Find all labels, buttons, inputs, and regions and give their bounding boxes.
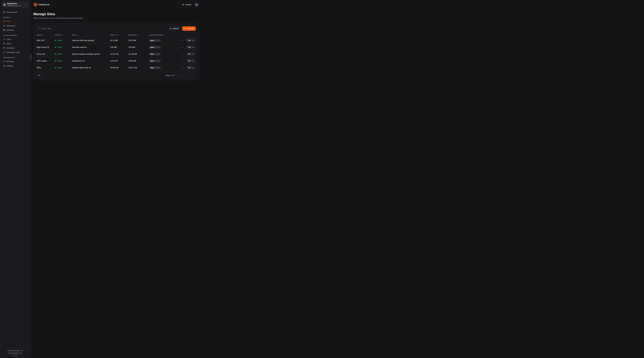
chevrons-right-icon bbox=[193, 75, 195, 76]
edit-button[interactable]: Edit bbox=[186, 38, 196, 42]
online-dot-icon bbox=[55, 60, 56, 61]
avatar[interactable]: M bbox=[194, 2, 199, 7]
edit-button[interactable]: Edit bbox=[186, 45, 196, 49]
sidebar-item-label: Invitations bbox=[6, 47, 15, 49]
arrow-right-icon bbox=[192, 39, 194, 41]
column-label: Name bbox=[36, 34, 41, 36]
building-icon bbox=[3, 3, 6, 6]
edit-button[interactable]: Edit bbox=[186, 65, 196, 70]
column-header-site[interactable]: Site bbox=[72, 34, 110, 36]
arrow-right-icon bbox=[192, 46, 194, 48]
sidebar-item-label: Settings bbox=[6, 65, 13, 67]
arrow-right-icon bbox=[192, 53, 194, 55]
last-page-button[interactable] bbox=[192, 73, 196, 77]
theme-toggle-label: System bbox=[185, 3, 192, 6]
column-header-data-in[interactable]: Data In bbox=[110, 34, 128, 36]
resources-share-icon bbox=[3, 25, 5, 27]
connection-badge: Newtv1.3.2 bbox=[149, 52, 161, 56]
column-label: Online bbox=[55, 34, 60, 36]
online-dot-icon bbox=[55, 47, 56, 48]
connection-version: v1.3.2 bbox=[155, 60, 160, 62]
chevron-left-icon bbox=[183, 75, 185, 76]
sidebar-item-roles[interactable]: Roles bbox=[2, 41, 28, 46]
topbar-right: System M bbox=[182, 2, 199, 7]
first-page-button[interactable] bbox=[177, 73, 181, 77]
status-label: Online bbox=[57, 39, 62, 41]
connection-type-cell: Newtv1.3.2 bbox=[149, 59, 178, 63]
main-content: PANGOLIN System M Manage Sites Allow con… bbox=[30, 0, 202, 111]
search-input[interactable] bbox=[36, 26, 82, 31]
column-header-connection-type[interactable]: Connection Type bbox=[149, 34, 178, 36]
search-wrap bbox=[36, 26, 82, 31]
edit-label: Edit bbox=[188, 53, 191, 55]
sort-icon bbox=[136, 34, 138, 36]
sidebar-item-sites[interactable]: Sites bbox=[2, 19, 28, 23]
site-name-cell: Home Lab bbox=[36, 53, 55, 55]
online-dot-icon bbox=[55, 67, 56, 68]
row-menu-button[interactable] bbox=[181, 59, 184, 62]
org-selector[interactable]: Organization milo@fossorial.io's ... bbox=[2, 2, 28, 7]
page-title: Manage Sites bbox=[33, 12, 199, 16]
table-row: AWS VPC Online vivacious-little-blue-pen… bbox=[34, 37, 199, 44]
connection-badge: Newtv1.3.2 bbox=[149, 66, 161, 69]
refresh-icon bbox=[170, 28, 172, 29]
sidebar-item-users[interactable]: Users bbox=[2, 37, 28, 41]
sidebar-item-api-keys[interactable]: API Keys bbox=[2, 59, 28, 64]
add-site-button[interactable]: Add Site bbox=[182, 26, 196, 31]
theme-toggle-button[interactable]: System bbox=[182, 3, 192, 6]
row-menu-button[interactable] bbox=[181, 66, 184, 69]
refresh-button[interactable]: Refresh bbox=[168, 26, 181, 31]
key-icon bbox=[3, 60, 5, 62]
data-out-cell: 141.68 GB bbox=[128, 53, 149, 55]
column-header-data-out[interactable]: Data Out bbox=[128, 34, 149, 36]
sidebar-item-label: API Keys bbox=[6, 60, 14, 62]
chevrons-left-icon bbox=[178, 75, 180, 76]
row-actions: Edit bbox=[178, 59, 196, 63]
table-row: Home Lab Online dead-san-joaquin-antelop… bbox=[34, 51, 199, 57]
status-label: Online bbox=[57, 53, 62, 55]
site-id-cell: smug-brown-rat bbox=[72, 60, 110, 62]
connection-name: Newt bbox=[150, 39, 154, 41]
connection-version: v1.3.2 bbox=[155, 53, 160, 55]
topbar: PANGOLIN System M bbox=[30, 0, 202, 9]
column-header-name[interactable]: Name bbox=[36, 34, 55, 36]
connection-type-cell: Newtv1.3.2 bbox=[149, 66, 178, 69]
column-header-online[interactable]: Online bbox=[55, 34, 72, 36]
sidebar-item-invitations[interactable]: Invitations bbox=[2, 46, 28, 50]
sidebar-scrollbar-thumb[interactable] bbox=[30, 54, 31, 60]
sidebar-item-resources[interactable]: Resources bbox=[2, 23, 28, 28]
sidebar-item-label: Resources bbox=[6, 25, 15, 27]
sidebar-section-access-control: ACCESS CONTROL bbox=[3, 35, 27, 36]
sidebar-item-shareable-links[interactable]: Shareable Links bbox=[2, 50, 28, 54]
site-id-cell: fortunate-cape-fox bbox=[72, 46, 110, 48]
brand-name: PANGOLIN bbox=[38, 3, 50, 6]
edit-label: Edit bbox=[188, 67, 191, 69]
connection-name: Newt bbox=[150, 67, 154, 69]
sidebar-item-settings[interactable]: Settings bbox=[2, 64, 28, 68]
edit-label: Edit bbox=[188, 39, 191, 41]
chevrons-up-down-icon bbox=[25, 4, 27, 6]
data-out-cell: 780.12 GB bbox=[128, 67, 149, 69]
row-menu-button[interactable] bbox=[181, 53, 184, 55]
next-page-button[interactable] bbox=[187, 73, 191, 77]
edit-button[interactable]: Edit bbox=[186, 52, 196, 56]
row-menu-button[interactable] bbox=[181, 46, 184, 49]
refresh-label: Refresh bbox=[172, 27, 179, 29]
arrow-right-icon bbox=[192, 60, 194, 62]
sort-icon bbox=[163, 34, 165, 36]
users-icon bbox=[3, 42, 5, 45]
page-head: Manage Sites Allow connectivity to your … bbox=[30, 9, 202, 19]
status-cell: Online bbox=[55, 46, 72, 48]
edit-button[interactable]: Edit bbox=[186, 59, 196, 63]
row-menu-button[interactable] bbox=[181, 39, 184, 42]
previous-page-button[interactable] bbox=[182, 73, 186, 77]
data-in-cell: 112.42 GB bbox=[110, 53, 128, 55]
row-actions: Edit bbox=[178, 65, 196, 70]
page-size-select[interactable]: 20 bbox=[36, 73, 45, 78]
online-dot-icon bbox=[55, 53, 56, 54]
sidebar-section-general: GENERAL bbox=[3, 17, 27, 18]
sidebar-item-domains[interactable]: Domains bbox=[2, 28, 28, 32]
sidebar-item-server-admin[interactable]: Server Admin bbox=[2, 10, 28, 14]
table-header-row: Name Online Site Data In Data Out Connec… bbox=[34, 33, 199, 37]
edit-label: Edit bbox=[188, 60, 191, 62]
